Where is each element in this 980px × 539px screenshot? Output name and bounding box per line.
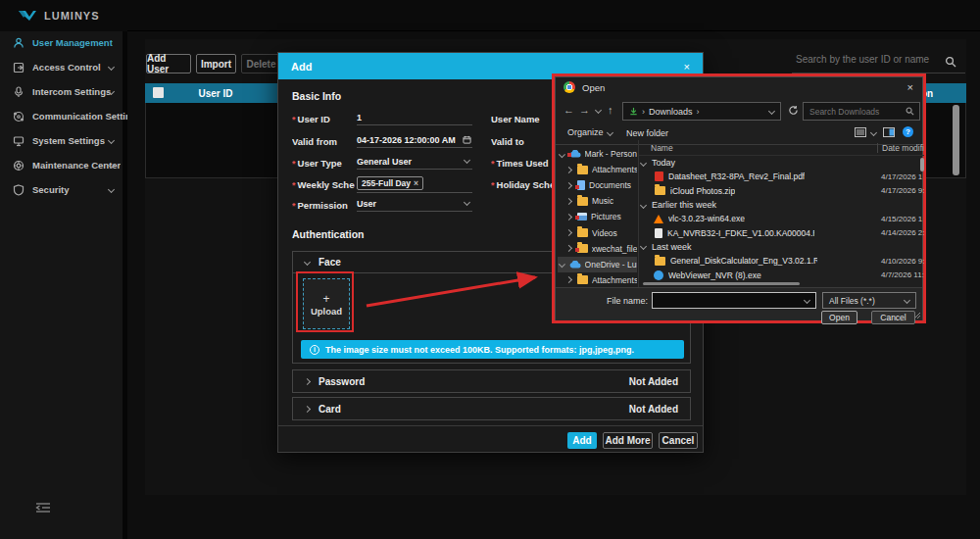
view-mode-chevron[interactable] xyxy=(870,129,877,136)
dialog-close-icon[interactable]: × xyxy=(907,81,913,93)
refresh-icon[interactable] xyxy=(788,105,799,116)
recent-locations-chevron[interactable] xyxy=(595,107,602,114)
help-icon[interactable]: ? xyxy=(903,126,913,137)
file-open-dialog: Open × ← → ↑ › Downloads › Organize New … xyxy=(555,76,923,320)
file-row[interactable]: General_DiskCalculator_Eng_V3.02.1.R.201… xyxy=(639,254,924,268)
sidebar-item-communication-settings[interactable]: Communication Settings xyxy=(0,104,127,128)
schedule-tag[interactable]: 255-Full Day × xyxy=(357,176,423,190)
card-accordion[interactable]: Card Not Added xyxy=(292,397,691,420)
tree-item[interactable]: Pictures xyxy=(558,209,637,224)
file-type-select[interactable]: All Files (*.*) xyxy=(822,292,916,309)
sidebar-item-system-settings[interactable]: System Settings xyxy=(0,128,127,153)
tree-item[interactable]: xwechat_files xyxy=(558,241,637,257)
delete-button[interactable]: Delete xyxy=(241,54,281,74)
weekly-schedule-field[interactable]: 255-Full Day × xyxy=(357,174,472,193)
modal-add-more-button[interactable]: Add More xyxy=(603,432,653,449)
dialog-search-box[interactable] xyxy=(803,102,920,121)
chevron-right-icon[interactable] xyxy=(565,229,572,236)
breadcrumb-separator: › xyxy=(642,107,645,117)
field-label-user-id: *User ID xyxy=(292,114,355,124)
annotation-arrow xyxy=(353,263,554,317)
chevron-right-icon[interactable] xyxy=(565,182,572,189)
chevron-down-icon xyxy=(108,186,115,193)
shield-icon xyxy=(13,184,24,196)
upload-highlight-annotation xyxy=(296,271,354,332)
sidebar-item-access-control[interactable]: Access Control xyxy=(0,55,127,79)
chevron-down-icon[interactable] xyxy=(559,261,565,268)
collapse-sidebar-icon[interactable] xyxy=(35,502,51,514)
calendar-icon[interactable] xyxy=(463,135,471,144)
dialog-cancel-button[interactable]: Cancel xyxy=(871,311,915,324)
user-id-input[interactable]: 1 xyxy=(357,110,472,125)
chevron-right-icon[interactable] xyxy=(565,167,572,173)
file-row[interactable]: WebViewer_NVR (8).exe 4/7/2026 11: xyxy=(639,268,924,281)
tree-item[interactable]: Videos xyxy=(558,224,637,240)
sidebar-item-security[interactable]: Security xyxy=(0,177,127,202)
group-row[interactable]: Last week xyxy=(639,240,924,254)
remove-tag-icon[interactable]: × xyxy=(414,178,418,188)
tree-item[interactable]: Attachments xyxy=(558,162,637,177)
tree-item[interactable]: Documents xyxy=(558,177,637,193)
permission-select[interactable]: User xyxy=(357,196,472,212)
valid-from-input[interactable]: 04-17-2026 12:00:00 AM xyxy=(357,132,472,148)
vertical-scrollbar[interactable] xyxy=(920,158,924,172)
password-accordion[interactable]: Password Not Added xyxy=(292,369,691,393)
column-date-modified[interactable]: Date modifi xyxy=(882,143,924,153)
tree-item[interactable]: Mark - Personal xyxy=(558,146,637,162)
address-bar[interactable]: › Downloads › xyxy=(622,102,781,121)
chevron-right-icon[interactable] xyxy=(565,276,572,283)
import-button[interactable]: Import xyxy=(196,54,236,74)
organize-menu[interactable]: Organize xyxy=(567,127,612,137)
up-icon[interactable]: ↑ xyxy=(608,104,613,116)
dialog-open-button[interactable]: Open xyxy=(821,311,858,324)
tree-item[interactable]: Music xyxy=(558,193,637,209)
file-row[interactable]: iCloud Photos.zip 4/17/2026 9: xyxy=(639,184,924,198)
file-list: Name Date modifi Today Datasheet_R32-8PA… xyxy=(638,140,924,287)
sync-badge xyxy=(575,216,579,220)
field-label-user-name: User Name xyxy=(491,114,540,124)
tree-item[interactable]: Attachments xyxy=(558,272,637,288)
sidebar-item-maintenance-center[interactable]: Maintenance Center xyxy=(0,153,127,177)
chevron-down-icon[interactable] xyxy=(559,151,565,158)
file-row[interactable]: Datasheet_R32-8PA_Rev2_Final.pdf 4/17/20… xyxy=(639,170,924,183)
address-dropdown-chevron[interactable] xyxy=(768,108,775,115)
chevron-down-icon xyxy=(464,157,470,164)
add-user-button[interactable]: Add User xyxy=(146,54,191,74)
back-icon[interactable]: ← xyxy=(564,104,574,116)
table-scrollbar[interactable] xyxy=(953,105,959,175)
user-type-select[interactable]: General User xyxy=(357,154,472,170)
intercom-icon xyxy=(13,86,24,98)
cloud-icon xyxy=(569,261,581,269)
dialog-titlebar[interactable]: Open × xyxy=(556,77,922,97)
preview-pane-icon[interactable] xyxy=(883,127,895,137)
cloud-icon xyxy=(569,150,581,158)
chevron-down-icon xyxy=(464,199,470,206)
column-name[interactable]: Name xyxy=(651,143,673,153)
horizontal-scrollbar[interactable] xyxy=(643,282,800,285)
sidebar-item-intercom-settings[interactable]: Intercom Settings xyxy=(0,79,127,104)
group-row[interactable]: Earlier this week xyxy=(639,198,924,212)
close-icon[interactable]: × xyxy=(684,61,690,73)
chevron-right-icon[interactable] xyxy=(565,214,572,220)
view-mode-icon[interactable] xyxy=(855,127,866,137)
chevron-right-icon[interactable] xyxy=(565,245,572,252)
column-divider[interactable] xyxy=(877,143,878,153)
file-row[interactable]: vlc-3.0.23-win64.exe 4/15/2026 1 xyxy=(639,212,924,225)
modal-cancel-button[interactable]: Cancel xyxy=(659,432,698,449)
sidebar-item-user-management[interactable]: User Management xyxy=(0,30,127,55)
file-name-dropdown-chevron[interactable] xyxy=(804,297,810,304)
select-all-checkbox[interactable] xyxy=(153,87,164,98)
section-authentication: Authentication xyxy=(292,228,365,240)
chevron-right-icon[interactable] xyxy=(565,198,572,205)
modal-add-button[interactable]: Add xyxy=(567,432,597,449)
file-name-input[interactable] xyxy=(652,292,816,309)
forward-icon[interactable]: → xyxy=(579,104,590,116)
new-folder-button[interactable]: New folder xyxy=(626,128,668,138)
breadcrumb-downloads[interactable]: Downloads xyxy=(649,107,693,117)
group-row[interactable]: Today xyxy=(639,156,924,170)
tree-item-selected[interactable]: OneDrive - Lum xyxy=(558,257,637,272)
search-icon[interactable] xyxy=(945,56,956,68)
search-input[interactable] xyxy=(796,54,943,65)
dialog-search-input[interactable] xyxy=(809,107,903,117)
file-row[interactable]: KA_NVRB32-I_FDKE_V1.00.KA00004.R.250923.… xyxy=(639,225,924,239)
